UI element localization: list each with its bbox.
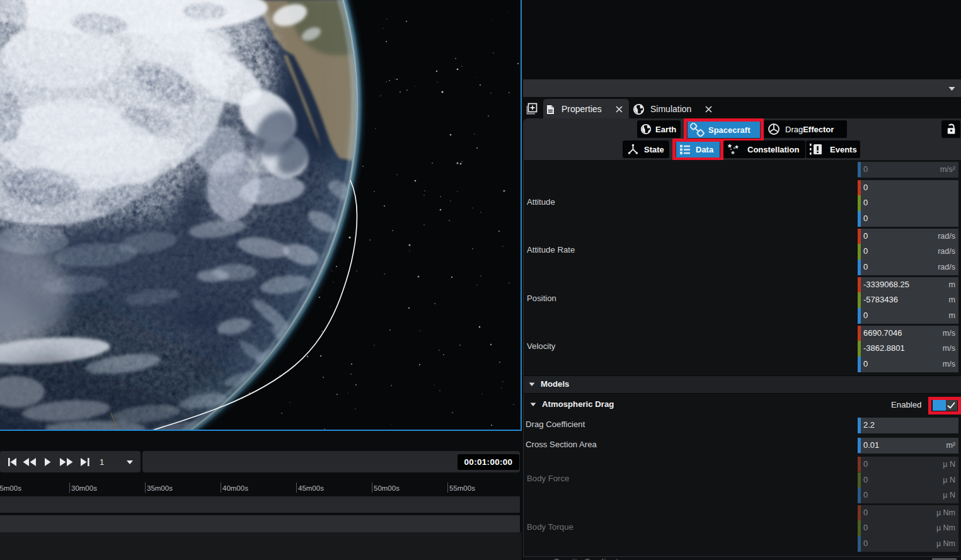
svg-text:1: 1 — [100, 457, 104, 467]
